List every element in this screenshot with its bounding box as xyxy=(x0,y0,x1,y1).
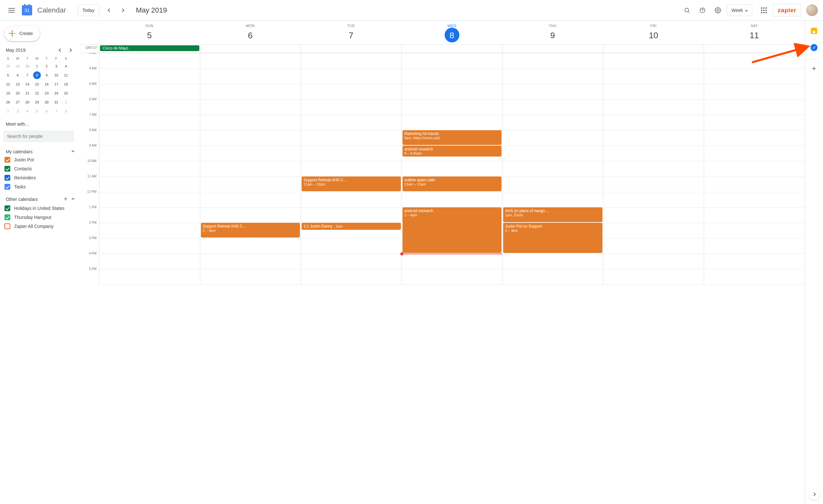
mini-day-cell[interactable]: 20 xyxy=(13,89,22,98)
mini-day-cell[interactable]: 11 xyxy=(61,71,71,80)
allday-cell[interactable]: Cinco de Mayo xyxy=(99,45,200,53)
keep-app-button[interactable] xyxy=(808,24,820,37)
day-column[interactable] xyxy=(704,53,805,285)
mini-day-cell[interactable]: 15 xyxy=(32,80,42,89)
mini-day-cell[interactable]: 7 xyxy=(51,107,61,116)
calendar-checkbox[interactable] xyxy=(4,166,10,172)
mini-day-cell[interactable]: 8 xyxy=(61,107,71,116)
mini-day-cell[interactable]: 13 xyxy=(13,80,22,89)
mini-calendar[interactable]: SMTWTFS282930123456789101112131415161718… xyxy=(3,55,74,116)
calendar-checkbox[interactable] xyxy=(4,214,10,220)
mini-day-cell[interactable]: 2 xyxy=(3,107,13,116)
day-header[interactable]: FRI10 xyxy=(603,21,704,44)
mini-day-cell[interactable]: 8 xyxy=(33,71,41,79)
mini-day-cell[interactable]: 31 xyxy=(51,98,61,107)
day-column[interactable] xyxy=(99,53,200,285)
mini-day-cell[interactable]: 5 xyxy=(3,71,13,80)
mini-day-cell[interactable]: 16 xyxy=(42,80,51,89)
calendar-event[interactable]: Support Retreat AHS C…11am – 12pm xyxy=(302,176,401,191)
hours-scroll-area[interactable]: 3 AM4 AM5 AM6 AM7 AM8 AM9 AM10 AM11 AM12… xyxy=(80,53,805,504)
calendar-event[interactable]: android research1 – 4pm xyxy=(402,207,502,253)
allday-cell[interactable] xyxy=(502,45,603,53)
help-button[interactable] xyxy=(696,4,709,17)
prev-week-button[interactable] xyxy=(103,4,116,17)
day-header[interactable]: TUE7 xyxy=(301,21,401,44)
mini-day-cell[interactable]: 3 xyxy=(51,62,61,71)
calendar-toggle[interactable]: Contacts xyxy=(4,166,74,172)
mini-day-cell[interactable]: 27 xyxy=(13,98,22,107)
view-switcher[interactable]: Week xyxy=(727,4,753,16)
allday-event[interactable]: Cinco de Mayo xyxy=(100,45,199,51)
mini-day-cell[interactable]: 9 xyxy=(42,71,51,80)
allday-cell[interactable] xyxy=(200,45,301,53)
calendar-checkbox[interactable] xyxy=(4,157,10,163)
day-column[interactable]: Support Retreat AHS C…2 – 3pm xyxy=(200,53,301,285)
settings-button[interactable] xyxy=(711,4,724,17)
add-other-calendar-button[interactable]: + xyxy=(64,195,67,203)
account-avatar[interactable] xyxy=(806,4,818,16)
calendar-toggle[interactable]: Reminders xyxy=(4,175,74,181)
mini-day-cell[interactable]: 7 xyxy=(22,71,32,80)
day-column[interactable]: AHS (in place of hango…1pm, ZoomJustin P… xyxy=(502,53,603,285)
mini-day-cell[interactable]: 28 xyxy=(22,98,32,107)
google-apps-button[interactable] xyxy=(758,4,770,17)
mini-day-cell[interactable]: 21 xyxy=(22,89,32,98)
mini-day-cell[interactable]: 18 xyxy=(61,80,71,89)
mini-day-cell[interactable]: 26 xyxy=(3,98,13,107)
day-header[interactable]: SAT11 xyxy=(704,21,805,44)
tasks-app-button[interactable] xyxy=(808,41,820,54)
calendar-checkbox[interactable] xyxy=(4,175,10,181)
allday-cell[interactable] xyxy=(603,45,704,53)
mini-day-cell[interactable]: 28 xyxy=(3,62,13,71)
mini-day-cell[interactable]: 10 xyxy=(51,71,61,80)
mini-day-cell[interactable]: 22 xyxy=(32,89,42,98)
day-column[interactable] xyxy=(603,53,704,285)
next-week-button[interactable] xyxy=(116,4,129,17)
calendar-event[interactable]: 1:1 Justin-Danny, 2pm xyxy=(302,223,401,230)
mini-day-cell[interactable]: 25 xyxy=(61,89,71,98)
allday-cell[interactable] xyxy=(704,45,805,53)
other-calendars-header[interactable]: Other calendars + xyxy=(6,195,74,203)
calendar-checkbox[interactable] xyxy=(4,184,10,190)
calendar-toggle[interactable]: Zapier All Company xyxy=(4,223,74,229)
mini-day-cell[interactable]: 1 xyxy=(61,98,71,107)
mini-day-cell[interactable]: 4 xyxy=(61,62,71,71)
my-calendars-header[interactable]: My calendars xyxy=(6,149,74,154)
search-button[interactable] xyxy=(681,4,693,17)
create-event-button[interactable]: Create xyxy=(4,26,40,41)
mini-day-cell[interactable]: 2 xyxy=(42,62,51,71)
mini-prev-month-button[interactable] xyxy=(57,47,64,53)
mini-day-cell[interactable]: 5 xyxy=(32,107,42,116)
mini-day-cell[interactable]: 24 xyxy=(51,89,61,98)
calendar-checkbox[interactable] xyxy=(4,205,10,211)
calendar-event[interactable]: AHS (in place of hango…1pm, Zoom xyxy=(503,207,603,222)
mini-day-cell[interactable]: 6 xyxy=(13,71,22,80)
mini-day-cell[interactable]: 14 xyxy=(22,80,32,89)
day-column[interactable]: Marketing All-Hands8am, https://zoom.us/… xyxy=(401,53,502,285)
search-people-input[interactable] xyxy=(3,131,74,142)
calendar-checkbox[interactable] xyxy=(4,223,10,229)
mini-day-cell[interactable]: 4 xyxy=(22,107,32,116)
mini-day-cell[interactable]: 12 xyxy=(3,80,13,89)
mini-day-cell[interactable]: 30 xyxy=(22,62,32,71)
main-menu-button[interactable] xyxy=(5,4,18,17)
calendar-toggle[interactable]: Tasks xyxy=(4,184,74,190)
zapier-extension-button[interactable]: zapier xyxy=(773,4,801,17)
mini-day-cell[interactable]: 29 xyxy=(32,98,42,107)
mini-day-cell[interactable]: 3 xyxy=(13,107,22,116)
collapse-panel-button[interactable] xyxy=(808,489,820,500)
calendar-event[interactable]: outline spam calls11am – 12pm xyxy=(402,176,502,191)
mini-day-cell[interactable]: 29 xyxy=(13,62,22,71)
mini-day-cell[interactable]: 1 xyxy=(32,62,42,71)
calendar-toggle[interactable]: Holidays in United States xyxy=(4,205,74,211)
day-column[interactable]: Support Retreat AHS C…11am – 12pm1:1 Jus… xyxy=(301,53,401,285)
calendar-event[interactable]: Marketing All-Hands8am, https://zoom.us/… xyxy=(402,130,502,145)
mini-day-cell[interactable]: 17 xyxy=(51,80,61,89)
allday-cell[interactable] xyxy=(401,45,502,53)
mini-day-cell[interactable]: 6 xyxy=(42,107,51,116)
mini-day-cell[interactable]: 23 xyxy=(42,89,51,98)
day-header[interactable]: WED8 xyxy=(401,21,502,44)
mini-day-cell[interactable]: 19 xyxy=(3,89,13,98)
calendar-toggle[interactable]: Justin Pot xyxy=(4,157,74,163)
allday-cell[interactable] xyxy=(301,45,401,53)
